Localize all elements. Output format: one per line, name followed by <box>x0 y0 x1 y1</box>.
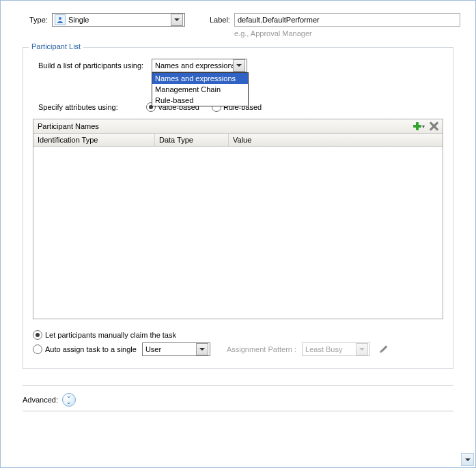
edit-icon[interactable] <box>376 342 390 356</box>
dialog-content: Type: Single Label: e.g., Approval Manag… <box>2 2 474 466</box>
build-select-dropdown: Names and expressions Management Chain R… <box>152 72 249 106</box>
top-row: Type: Single Label: <box>29 13 460 27</box>
table-titlebar: Participant Names ▾ <box>33 119 443 134</box>
label-label: Label: <box>210 16 230 24</box>
table-actions: ▾ <box>413 121 438 131</box>
chevron-down-icon[interactable] <box>233 59 245 72</box>
chevron-down-icon[interactable] <box>171 14 183 26</box>
build-select-value: Names and expressions <box>155 61 233 70</box>
assign-radio-auto-label: Auto assign task to a single <box>45 345 137 353</box>
advanced-row: Advanced: ⌄⌄ <box>23 393 460 407</box>
build-option-rule-based[interactable]: Rule-based <box>152 95 248 106</box>
label-input[interactable] <box>234 13 460 27</box>
build-row: Build a list of participants using: Name… <box>38 59 443 72</box>
radio-icon <box>33 330 42 340</box>
participant-list-group: Participant List Build a list of partici… <box>23 47 453 369</box>
separator <box>23 385 453 386</box>
participant-names-table: Participant Names ▾ Identification Type … <box>33 119 443 319</box>
type-select[interactable]: Single <box>52 13 185 27</box>
build-option-names[interactable]: Names and expressions <box>152 73 248 84</box>
chevron-down-icon[interactable] <box>196 343 208 355</box>
attributes-label: Specify attributes using: <box>38 103 142 111</box>
svg-marker-3 <box>199 348 205 351</box>
svg-point-0 <box>59 17 61 20</box>
table-column-headers: Identification Type Data Type Value <box>33 134 443 147</box>
svg-marker-1 <box>174 18 180 21</box>
col-value[interactable]: Value <box>229 134 443 146</box>
svg-marker-2 <box>236 64 242 67</box>
build-select[interactable]: Names and expressions Names and expressi… <box>152 59 247 72</box>
radio-icon <box>33 345 42 354</box>
advanced-label: Advanced: <box>23 396 58 404</box>
type-select-value: Single <box>68 16 171 24</box>
assign-radio-manual[interactable]: Let participants manually claim the task <box>33 330 443 340</box>
svg-marker-5 <box>465 458 471 461</box>
assignment-block: Let participants manually claim the task… <box>33 330 443 356</box>
auto-assign-type-select[interactable]: User <box>142 342 210 356</box>
single-user-icon <box>55 14 66 25</box>
build-option-management-chain[interactable]: Management Chain <box>152 84 248 95</box>
assign-radio-auto[interactable]: Auto assign task to a single User Assign… <box>33 342 443 356</box>
add-button[interactable]: ▾ <box>413 122 425 130</box>
remove-button[interactable] <box>429 121 438 131</box>
participant-list-legend: Participant List <box>29 42 83 50</box>
assign-radio-manual-label: Let participants manually claim the task <box>45 331 176 339</box>
plus-icon <box>413 122 421 130</box>
advanced-expand-button[interactable]: ⌄⌄ <box>62 393 76 407</box>
label-hint: e.g., Approval Manager <box>234 29 460 38</box>
table-title-text: Participant Names <box>38 122 99 130</box>
col-identification-type[interactable]: Identification Type <box>33 134 155 146</box>
close-icon <box>429 121 438 131</box>
assignment-pattern-select: Least Busy <box>302 342 370 356</box>
table-body[interactable] <box>33 147 443 319</box>
separator <box>23 411 453 411</box>
svg-marker-4 <box>359 348 365 351</box>
dialog-frame: Type: Single Label: e.g., Approval Manag… <box>0 0 476 468</box>
scroll-down-button[interactable] <box>461 453 474 466</box>
chevron-down-icon: ▾ <box>422 123 425 130</box>
chevron-down-icon <box>356 343 368 355</box>
auto-assign-type-value: User <box>145 345 161 353</box>
assignment-pattern-value: Least Busy <box>305 345 342 353</box>
build-label: Build a list of participants using: <box>38 61 148 70</box>
type-label: Type: <box>29 16 48 24</box>
double-chevron-down-icon: ⌄⌄ <box>66 393 71 405</box>
assignment-pattern-label: Assignment Pattern : <box>227 345 296 353</box>
col-data-type[interactable]: Data Type <box>155 134 229 146</box>
